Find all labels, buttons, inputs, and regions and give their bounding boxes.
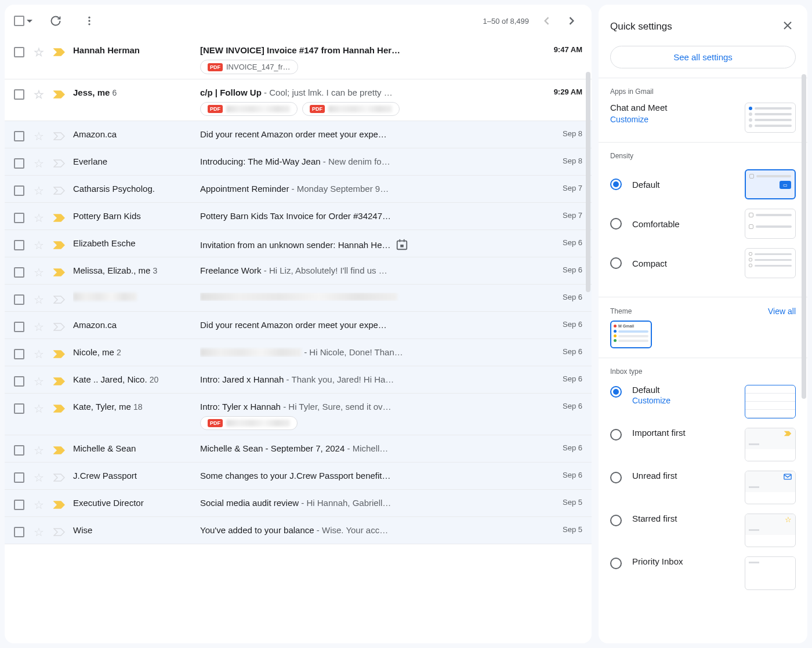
row-checkbox[interactable] [14, 213, 24, 223]
row-checkbox[interactable] [14, 240, 24, 250]
row-checkbox[interactable] [14, 445, 24, 456]
row-checkbox[interactable] [14, 89, 24, 100]
email-row[interactable]: ☆Jess, me 6c/p | Follow Up - Cool; just … [5, 79, 592, 121]
importance-icon[interactable] [53, 446, 65, 454]
more-button[interactable] [79, 10, 100, 31]
next-page-button[interactable] [561, 10, 582, 31]
importance-icon[interactable] [53, 528, 65, 536]
inbox-type-option[interactable]: DefaultCustomize [610, 385, 796, 418]
email-row[interactable]: ☆Sep 6 [5, 285, 592, 312]
star-icon[interactable]: ☆ [34, 402, 44, 416]
email-row[interactable]: ☆Michelle & SeanMichelle & Sean - Septem… [5, 435, 592, 463]
importance-icon[interactable] [53, 501, 65, 509]
row-checkbox[interactable] [14, 349, 24, 359]
star-icon[interactable]: ☆ [34, 443, 44, 457]
email-row[interactable]: ☆Pottery Barn KidsPottery Barn Kids Tax … [5, 203, 592, 230]
attachment-chip[interactable]: PDF [200, 416, 298, 430]
close-settings-button[interactable] [780, 16, 796, 37]
importance-icon[interactable] [53, 159, 65, 168]
customize-chat-link[interactable]: Customize [610, 115, 667, 124]
inbox-customize-link[interactable]: Customize [632, 396, 734, 405]
row-checkbox[interactable] [14, 472, 24, 483]
row-checkbox[interactable] [14, 47, 24, 57]
refresh-button[interactable] [45, 10, 66, 31]
importance-icon[interactable] [53, 187, 65, 195]
density-option[interactable]: Compact [610, 248, 796, 278]
star-icon[interactable]: ☆ [34, 88, 44, 101]
email-row[interactable]: ☆Executive DirectorSocial media audit re… [5, 490, 592, 517]
attachment-chip[interactable]: PDF [302, 102, 400, 116]
star-icon[interactable]: ☆ [34, 293, 44, 307]
radio-icon [610, 179, 622, 190]
importance-icon[interactable] [53, 268, 65, 276]
row-checkbox[interactable] [14, 322, 24, 332]
importance-icon[interactable] [53, 350, 65, 358]
email-row[interactable]: ☆Amazon.caDid your recent Amazon order m… [5, 121, 592, 148]
star-icon[interactable]: ☆ [34, 184, 44, 198]
email-list[interactable]: ☆Hannah Herman[NEW INVOICE] Invoice #147… [5, 37, 592, 643]
importance-icon[interactable] [53, 214, 65, 222]
star-icon[interactable]: ☆ [34, 320, 44, 334]
scrollbar[interactable] [586, 72, 590, 292]
settings-scrollbar[interactable] [802, 74, 806, 399]
email-row[interactable]: ☆Amazon.caDid your recent Amazon order m… [5, 312, 592, 339]
star-icon[interactable]: ☆ [34, 45, 44, 59]
email-date: Sep 6 [542, 467, 582, 479]
email-row[interactable]: ☆Kate .. Jared, Nico. 20Intro: Jared x H… [5, 366, 592, 394]
email-row[interactable]: ☆J.Crew PassportSome changes to your J.C… [5, 463, 592, 490]
star-icon[interactable]: ☆ [34, 211, 44, 225]
star-icon[interactable]: ☆ [34, 347, 44, 361]
inbox-type-label: Important first [632, 428, 734, 438]
sender: Executive Director [73, 494, 192, 508]
star-icon[interactable]: ☆ [34, 265, 44, 279]
select-all[interactable] [14, 16, 32, 26]
inbox-type-option[interactable]: Important first [610, 428, 796, 461]
importance-icon[interactable] [53, 241, 65, 249]
see-all-settings-button[interactable]: See all settings [610, 46, 796, 68]
importance-icon[interactable] [53, 474, 65, 482]
importance-icon[interactable] [53, 90, 65, 99]
email-row[interactable]: ☆Nicole, me 2 - Hi Nicole, Done! Than…Se… [5, 339, 592, 366]
star-icon[interactable]: ☆ [34, 525, 44, 539]
inbox-type-option[interactable]: Unread first [610, 471, 796, 504]
star-icon[interactable]: ☆ [34, 471, 44, 485]
row-checkbox[interactable] [14, 294, 24, 305]
email-row[interactable]: ☆Elizabeth EscheInvitation from an unkno… [5, 230, 592, 257]
importance-icon[interactable] [53, 296, 65, 304]
inbox-type-option[interactable]: Starred first☆ [610, 514, 796, 547]
email-row[interactable]: ☆Kate, Tyler, me 18Intro: Tyler x Hannah… [5, 394, 592, 435]
email-row[interactable]: ☆EverlaneIntroducing: The Mid-Way Jean -… [5, 148, 592, 176]
view-all-themes-link[interactable]: View all [768, 307, 796, 316]
email-row[interactable]: ☆Melissa, Elizab., me 3Freelance Work - … [5, 257, 592, 285]
star-icon[interactable]: ☆ [34, 129, 44, 143]
email-row[interactable]: ☆Hannah Herman[NEW INVOICE] Invoice #147… [5, 37, 592, 79]
row-checkbox[interactable] [14, 527, 24, 537]
density-option[interactable]: Comfortable [610, 209, 796, 239]
row-checkbox[interactable] [14, 158, 24, 169]
importance-icon[interactable] [53, 323, 65, 331]
inbox-type-option[interactable]: Priority Inbox [610, 556, 796, 590]
attachment-chip[interactable]: PDFINVOICE_147_fr… [200, 60, 298, 74]
star-icon[interactable]: ☆ [34, 238, 44, 252]
importance-icon[interactable] [53, 405, 65, 413]
row-checkbox[interactable] [14, 376, 24, 387]
star-icon[interactable]: ☆ [34, 374, 44, 388]
importance-icon[interactable] [53, 377, 65, 385]
attachment-chip[interactable]: PDF [200, 102, 298, 116]
email-row[interactable]: ☆Catharsis Psycholog.Appointment Reminde… [5, 176, 592, 203]
row-checkbox[interactable] [14, 500, 24, 510]
row-checkbox[interactable] [14, 131, 24, 141]
row-checkbox[interactable] [14, 185, 24, 196]
importance-icon[interactable] [53, 132, 65, 140]
email-row[interactable]: ☆WiseYou've added to your balance - Wise… [5, 517, 592, 544]
email-content: - Hi Nicole, Done! Than… [200, 344, 534, 357]
prev-page-button[interactable] [536, 10, 557, 31]
importance-icon[interactable] [53, 48, 65, 56]
theme-thumbnail[interactable]: M Gmail [610, 321, 652, 348]
radio-icon [610, 386, 622, 398]
star-icon[interactable]: ☆ [34, 156, 44, 170]
star-icon[interactable]: ☆ [34, 498, 44, 512]
density-option[interactable]: Default▭ [610, 169, 796, 199]
row-checkbox[interactable] [14, 267, 24, 278]
row-checkbox[interactable] [14, 403, 24, 414]
